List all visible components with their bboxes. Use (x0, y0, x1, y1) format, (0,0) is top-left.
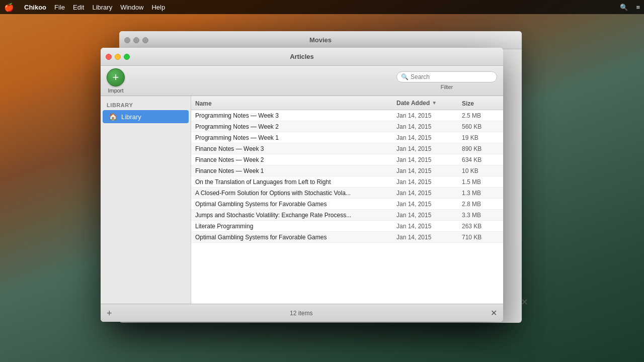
table-row[interactable]: Optimal Gambling Systems for Favorable G… (191, 232, 503, 243)
cell-date: Jan 14, 2015 (392, 234, 458, 241)
cell-size: 2.8 MB (458, 201, 503, 208)
table-row[interactable]: Literate Programming Jan 14, 2015 263 KB (191, 221, 503, 232)
cell-name: On the Translation of Languages from Lef… (191, 178, 392, 186)
table-row[interactable]: Optimal Gambling Systems for Favorable G… (191, 199, 503, 210)
cell-size: 1.5 MB (458, 178, 503, 186)
search-input[interactable] (411, 73, 493, 80)
list-icon[interactable]: ≡ (636, 4, 640, 11)
movies-zoom-button[interactable] (142, 37, 148, 43)
cell-name: Finance Notes — Week 3 (191, 145, 392, 152)
cell-name: Programming Notes — Week 3 (191, 112, 392, 119)
cell-size: 10 KB (458, 167, 503, 174)
item-count: 12 items (112, 310, 491, 317)
articles-window: Articles + Import 🔍 Filter LIBRARY 🏠 Lib… (101, 48, 503, 322)
cell-size: 3.3 MB (458, 212, 503, 219)
col-header-name[interactable]: Name (191, 99, 392, 108)
search-icon[interactable]: 🔍 (620, 4, 628, 11)
cell-name: Programming Notes — Week 1 (191, 134, 392, 141)
cell-name: Optimal Gambling Systems for Favorable G… (191, 201, 392, 208)
library-icon: 🏠 (109, 113, 117, 121)
menu-window[interactable]: Window (116, 4, 147, 11)
menu-library[interactable]: Library (88, 4, 116, 11)
add-button[interactable]: + (107, 68, 125, 86)
traffic-lights (106, 54, 130, 60)
cell-date: Jan 14, 2015 (392, 145, 458, 152)
table-row[interactable]: Programming Notes — Week 2 Jan 14, 2015 … (191, 121, 503, 132)
cell-date: Jan 14, 2015 (392, 212, 458, 219)
cell-size: 1.3 MB (458, 190, 503, 197)
sidebar-item-library[interactable]: 🏠 Library (103, 110, 189, 123)
statusbar-wrench-button[interactable]: ✕ (491, 308, 497, 318)
cell-name: Optimal Gambling Systems for Favorable G… (191, 234, 392, 241)
table-row[interactable]: Finance Notes — Week 1 Jan 14, 2015 10 K… (191, 165, 503, 176)
table-row[interactable]: Jumps and Stochastic Volatility: Exchang… (191, 210, 503, 221)
movies-title: Movies (309, 36, 332, 44)
cell-name: Literate Programming (191, 223, 392, 230)
menu-help[interactable]: Help (147, 4, 169, 11)
sidebar-item-label: Library (121, 113, 141, 121)
col-header-size[interactable]: Size (458, 99, 503, 108)
cell-name: A Closed-Form Solution for Options with … (191, 190, 392, 197)
size-header-label: Size (462, 100, 474, 107)
cell-date: Jan 14, 2015 (392, 156, 458, 163)
name-header-label: Name (195, 100, 212, 107)
col-header-date[interactable]: Date Added ▼ (392, 100, 458, 107)
zoom-button[interactable] (124, 54, 130, 60)
date-header-label: Date Added (396, 100, 430, 107)
cell-size: 19 KB (458, 134, 503, 141)
table-row[interactable]: On the Translation of Languages from Lef… (191, 176, 503, 188)
table-header: Name Date Added ▼ Size (191, 96, 503, 110)
table-row[interactable]: Programming Notes — Week 1 Jan 14, 2015 … (191, 132, 503, 143)
cell-size: 560 KB (458, 123, 503, 130)
table-body: Programming Notes — Week 3 Jan 14, 2015 … (191, 110, 503, 304)
cell-name: Finance Notes — Week 1 (191, 167, 392, 174)
cell-date: Jan 14, 2015 (392, 190, 458, 197)
cell-size: 890 KB (458, 145, 503, 152)
cell-size: 634 KB (458, 156, 503, 163)
cell-date: Jan 14, 2015 (392, 223, 458, 230)
sidebar: LIBRARY 🏠 Library (101, 96, 191, 304)
movies-traffic-lights (124, 37, 148, 43)
filter-button[interactable]: Filter (396, 84, 497, 90)
movies-minimize-button[interactable] (133, 37, 139, 43)
sidebar-section-library: LIBRARY (101, 100, 191, 110)
cell-size: 263 KB (458, 223, 503, 230)
apple-menu[interactable]: 🍎 (4, 3, 14, 12)
table-row[interactable]: Finance Notes — Week 3 Jan 14, 2015 890 … (191, 143, 503, 154)
movies-close-button[interactable] (124, 37, 130, 43)
movies-titlebar: Movies (119, 31, 522, 49)
menubar: 🍎 Chikoo File Edit Library Window Help 🔍… (0, 0, 644, 14)
cell-size: 710 KB (458, 234, 503, 241)
window-title: Articles (290, 53, 314, 60)
sort-arrow-icon: ▼ (432, 100, 437, 106)
statusbar-add-button[interactable]: + (107, 309, 112, 318)
close-button[interactable] (106, 54, 112, 60)
menu-file[interactable]: File (50, 4, 69, 11)
table-row[interactable]: Programming Notes — Week 3 Jan 14, 2015 … (191, 110, 503, 121)
menu-edit[interactable]: Edit (69, 4, 88, 11)
content-area: LIBRARY 🏠 Library Name Date Added ▼ Size (101, 96, 503, 304)
cell-date: Jan 14, 2015 (392, 201, 458, 208)
cell-name: Programming Notes — Week 2 (191, 123, 392, 130)
menu-chikoo[interactable]: Chikoo (20, 4, 50, 11)
table-area: Name Date Added ▼ Size Programming Notes… (191, 96, 503, 304)
articles-titlebar: Articles (101, 48, 503, 66)
statusbar: + 12 items ✕ (101, 304, 503, 322)
cell-date: Jan 14, 2015 (392, 178, 458, 186)
cell-name: Jumps and Stochastic Volatility: Exchang… (191, 212, 392, 219)
search-input-wrap: 🔍 (396, 71, 497, 82)
cell-date: Jan 14, 2015 (392, 134, 458, 141)
table-row[interactable]: A Closed-Form Solution for Options with … (191, 188, 503, 199)
cell-date: Jan 14, 2015 (392, 112, 458, 119)
cell-date: Jan 14, 2015 (392, 167, 458, 174)
minimize-button[interactable] (115, 54, 121, 60)
external-settings-icon[interactable]: ✕ (521, 297, 528, 308)
table-row[interactable]: Finance Notes — Week 2 Jan 14, 2015 634 … (191, 154, 503, 165)
add-import-group: + Import (107, 68, 125, 94)
search-icon: 🔍 (401, 73, 409, 80)
cell-name: Finance Notes — Week 2 (191, 156, 392, 163)
search-box: 🔍 Filter (396, 71, 497, 90)
toolbar: + Import 🔍 Filter (101, 66, 503, 96)
import-label: Import (108, 87, 123, 94)
cell-size: 2.5 MB (458, 112, 503, 119)
